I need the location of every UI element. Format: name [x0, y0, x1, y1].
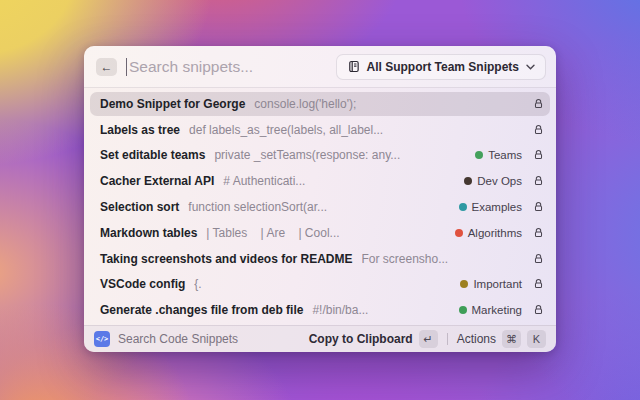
lock-icon — [533, 278, 544, 290]
list-item[interactable]: Cacher External API # Authenticati... De… — [84, 168, 556, 194]
snippet-preview: For screensho... — [362, 252, 449, 266]
snippet-preview: def labels_as_tree(labels, all_label... — [189, 123, 383, 137]
snippet-title: VSCode config — [100, 277, 185, 291]
snippet-list: Demo Snippet for George console.log('hel… — [84, 88, 556, 325]
snippet-title: Selection sort — [100, 200, 179, 214]
tag-color-dot — [459, 306, 467, 314]
label-tag: Teams — [475, 149, 522, 161]
label-tag: Important — [460, 278, 522, 290]
snippet-preview: #!/bin/ba... — [312, 303, 368, 317]
label-tag: Algorithms — [455, 227, 522, 239]
snippet-title: Demo Snippet for George — [100, 97, 245, 111]
tag-label: Examples — [472, 201, 523, 213]
status-bar: </> Search Code Snippets Copy to Clipboa… — [84, 325, 556, 352]
back-arrow-icon: ← — [101, 60, 113, 74]
tag-color-dot — [460, 280, 468, 288]
tag-label: Marketing — [472, 304, 523, 316]
back-button[interactable]: ← — [96, 58, 117, 76]
cmd-key-badge: ⌘ — [502, 330, 521, 348]
text-caret — [126, 58, 127, 76]
lock-icon — [533, 253, 544, 265]
snippet-preview: console.log('hello'); — [254, 97, 356, 111]
footer-divider — [447, 333, 448, 345]
snippet-title: Labels as tree — [100, 123, 180, 137]
snippet-preview: {. — [194, 277, 201, 291]
snippet-preview: | Tables | Are | Cool... — [206, 226, 339, 240]
tag-label: Dev Ops — [477, 175, 522, 187]
snippet-title: Markdown tables — [100, 226, 197, 240]
snippet-title: Taking screenshots and videos for README — [100, 252, 353, 266]
lock-icon — [533, 201, 544, 213]
search-bar: ← All Support Team Snippets — [84, 46, 556, 88]
filter-dropdown[interactable]: All Support Team Snippets — [336, 54, 546, 80]
tag-label: Algorithms — [468, 227, 522, 239]
notebook-icon — [347, 60, 360, 73]
lock-icon — [533, 98, 544, 110]
list-item[interactable]: Taking screenshots and videos for README… — [84, 246, 556, 272]
list-item[interactable]: Selection sort function selectionSort(ar… — [84, 194, 556, 220]
filter-dropdown-label: All Support Team Snippets — [367, 60, 519, 74]
lock-icon — [533, 175, 544, 187]
label-tag: Dev Ops — [464, 175, 522, 187]
actions-menu-button[interactable]: Actions — [457, 332, 496, 346]
list-item[interactable]: VSCode config {. Important — [84, 271, 556, 297]
lock-icon — [533, 227, 544, 239]
tag-color-dot — [475, 151, 483, 159]
tag-color-dot — [464, 177, 472, 185]
snippet-title: Set editable teams — [100, 148, 205, 162]
list-item[interactable]: Generate .changes file from deb file #!/… — [84, 297, 556, 323]
snippet-title: Cacher External API — [100, 174, 214, 188]
tag-color-dot — [459, 203, 467, 211]
copy-to-clipboard-action[interactable]: Copy to Clipboard — [309, 332, 413, 346]
snippet-preview: function selectionSort(ar... — [188, 200, 327, 214]
lock-icon — [533, 304, 544, 316]
list-item[interactable]: Set editable teams private _setTeams(res… — [84, 143, 556, 169]
lock-icon — [533, 124, 544, 136]
k-key-badge: K — [527, 330, 546, 348]
code-snippets-app-icon: </> — [94, 331, 110, 347]
lock-icon — [533, 149, 544, 161]
snippet-preview: private _setTeams(response: any... — [214, 148, 400, 162]
desktop-background: { "search": { "back_icon": "←", "placeho… — [0, 0, 640, 400]
tag-color-dot — [455, 229, 463, 237]
tag-label: Teams — [488, 149, 522, 161]
tag-label: Important — [473, 278, 522, 290]
snippet-preview: # Authenticati... — [223, 174, 305, 188]
label-tag: Examples — [459, 201, 523, 213]
list-item[interactable]: Markdown tables | Tables | Are | Cool...… — [84, 220, 556, 246]
list-item[interactable]: Labels as tree def labels_as_tree(labels… — [84, 117, 556, 143]
snippet-title: Generate .changes file from deb file — [100, 303, 303, 317]
label-tag: Marketing — [459, 304, 523, 316]
search-input[interactable] — [129, 58, 336, 76]
snippet-search-window: ← All Support Team Snippets Demo Snippet… — [84, 46, 556, 352]
app-name: Search Code Snippets — [118, 332, 238, 346]
list-item[interactable]: Demo Snippet for George console.log('hel… — [84, 91, 556, 117]
enter-key-badge: ↵ — [419, 330, 438, 348]
chevron-down-icon — [526, 64, 535, 70]
